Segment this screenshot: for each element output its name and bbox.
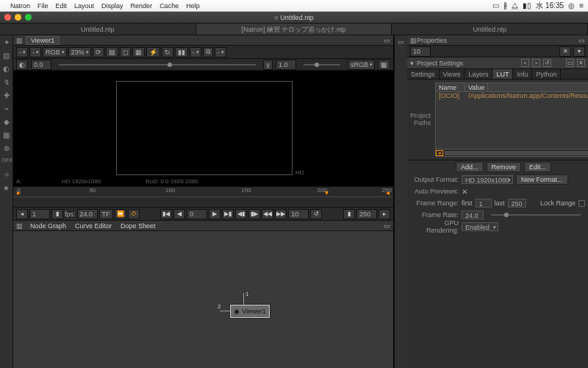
table-row[interactable]: [OCIO] /Applications/Natron.app/Contents… bbox=[436, 92, 588, 101]
tab-info[interactable]: Info bbox=[513, 69, 532, 79]
viewer-node[interactable]: ◉ Viewer1 bbox=[230, 305, 270, 318]
last-frame-button[interactable]: ▶▮ bbox=[222, 209, 234, 219]
viewer-canvas[interactable]: A: HD 1920x1080 RoD: 0 0 1920 1080 HD bbox=[13, 71, 393, 187]
close-window[interactable] bbox=[4, 14, 11, 21]
tab-python[interactable]: Python bbox=[532, 69, 561, 79]
tool-icon[interactable]: ✦ bbox=[2, 38, 11, 47]
lock-range-checkbox[interactable] bbox=[578, 200, 585, 207]
prev-key-button[interactable]: ◀▮ bbox=[235, 209, 247, 219]
tab-dopesheet[interactable]: Dope Sheet bbox=[119, 222, 157, 230]
marker-icon[interactable]: ▾ bbox=[325, 188, 329, 197]
wipe-icon[interactable]: ⧉ bbox=[203, 47, 213, 57]
out-icon[interactable]: ▮ bbox=[343, 209, 355, 219]
frame-rate-input[interactable]: 24.0 bbox=[462, 210, 484, 219]
airplay-icon[interactable]: ▭ bbox=[492, 1, 499, 10]
menu-render[interactable]: Render bbox=[131, 2, 153, 10]
first-frame-button[interactable]: ▮◀ bbox=[160, 209, 172, 219]
last-frame-input[interactable]: 250 bbox=[356, 209, 377, 219]
pane-menu-icon[interactable]: ▭ bbox=[384, 222, 390, 230]
gain-input[interactable]: 0.0 bbox=[31, 60, 51, 70]
layer-select[interactable]: - bbox=[16, 47, 28, 57]
max-panels-input[interactable]: 10 bbox=[410, 46, 431, 57]
output-format-select[interactable]: HD 1920x1080 bbox=[462, 175, 513, 184]
last-input[interactable]: 250 bbox=[508, 199, 526, 208]
turbo-icon[interactable]: ⏩ bbox=[115, 209, 126, 219]
gamma-slider[interactable] bbox=[304, 64, 340, 66]
restore-icon[interactable]: ↺ bbox=[543, 59, 551, 67]
first-frame-input[interactable]: 1 bbox=[29, 209, 50, 219]
menu-edit[interactable]: Edit bbox=[56, 2, 68, 10]
fullframe-icon[interactable]: ◻ bbox=[120, 47, 131, 57]
gain-icon[interactable]: ◐ bbox=[16, 60, 28, 70]
input-b[interactable]: - bbox=[215, 47, 226, 57]
play-button[interactable]: ▶ bbox=[209, 209, 220, 219]
tool-icon[interactable]: ▧ bbox=[2, 52, 11, 60]
doc-tab[interactable]: Untitled.ntp bbox=[0, 24, 196, 35]
tool-ofx[interactable]: OFX bbox=[2, 158, 11, 166]
timeline[interactable]: ▸ 0 50 100 150 200 ▾ 250 ◂ bbox=[13, 187, 393, 208]
float-icon[interactable]: ▥ bbox=[410, 37, 417, 44]
close-icon[interactable]: ✕ bbox=[577, 59, 585, 67]
clear-all-button[interactable]: ✕ bbox=[559, 46, 571, 57]
wifi-icon[interactable]: ⧋ bbox=[512, 1, 518, 10]
in-icon[interactable]: ▮ bbox=[51, 209, 63, 219]
first-input[interactable]: 1 bbox=[476, 199, 492, 208]
menu-display[interactable]: Display bbox=[101, 2, 123, 10]
current-frame-input[interactable]: 0 bbox=[187, 209, 207, 219]
tool-icon[interactable]: ▭ bbox=[398, 38, 404, 46]
gamma-icon[interactable]: γ bbox=[263, 60, 273, 70]
input-a[interactable]: - bbox=[190, 47, 201, 57]
pane-menu-icon[interactable]: ▭ bbox=[578, 37, 585, 44]
node-graph[interactable]: ◉ Viewer1 bbox=[13, 231, 393, 368]
alpha-select[interactable]: - bbox=[29, 47, 41, 57]
node-input-1[interactable] bbox=[243, 293, 244, 305]
zoom-window[interactable] bbox=[25, 14, 32, 21]
tc-icon[interactable]: ⏱ bbox=[128, 209, 140, 219]
undo-icon[interactable]: < bbox=[521, 59, 529, 67]
next-key-button[interactable]: ▮▶ bbox=[248, 209, 260, 219]
add-button[interactable]: Add... bbox=[456, 162, 484, 172]
section-header[interactable]: ▾ Project Settings < > ↺ ▭ ✕ bbox=[407, 57, 588, 69]
tab-views[interactable]: Views bbox=[440, 69, 465, 79]
set-out-icon[interactable]: ▸ bbox=[379, 209, 390, 219]
clip-icon[interactable]: ▧ bbox=[106, 47, 118, 57]
paths-table[interactable]: Name Value [OCIO] /Applications/Natron.a… bbox=[435, 82, 588, 157]
collapse-icon[interactable]: ▾ bbox=[410, 60, 414, 67]
refresh-icon[interactable]: ↻ bbox=[162, 47, 173, 57]
out-marker-icon[interactable]: ◂ bbox=[386, 188, 390, 197]
scrollbar[interactable] bbox=[445, 151, 588, 155]
help-icon[interactable]: ▭ bbox=[566, 59, 574, 67]
frame-rate-slider[interactable] bbox=[491, 214, 581, 216]
step-fwd-button[interactable]: ▶▶ bbox=[275, 209, 287, 219]
float-icon[interactable]: ▥ bbox=[16, 222, 23, 230]
gpu-select[interactable]: Enabled bbox=[462, 222, 498, 231]
menu-file[interactable]: File bbox=[37, 2, 49, 10]
checker-icon[interactable]: ▩ bbox=[378, 60, 390, 70]
node-input-2[interactable] bbox=[220, 311, 230, 311]
viewer-tab[interactable]: Viewer1 bbox=[26, 36, 60, 45]
menu-help[interactable]: Help bbox=[186, 2, 200, 10]
minimize-all-button[interactable]: ▾ bbox=[573, 46, 585, 57]
proxy-icon[interactable]: ▦ bbox=[132, 47, 145, 57]
tool-icon[interactable]: ✧ bbox=[2, 171, 11, 180]
tool-icon[interactable]: ↯ bbox=[2, 78, 11, 87]
pause-icon[interactable]: ▮▮ bbox=[175, 47, 188, 57]
auto-preview-checkbox[interactable]: ✕ bbox=[462, 188, 467, 196]
tool-icon[interactable]: ★ bbox=[2, 184, 11, 193]
new-format-button[interactable]: New Format... bbox=[516, 174, 568, 185]
tab-layers[interactable]: Layers bbox=[465, 69, 492, 79]
tf-toggle[interactable]: TF bbox=[99, 209, 113, 219]
gain-slider[interactable] bbox=[59, 64, 256, 66]
colorspace-select[interactable]: sRGB bbox=[348, 60, 375, 70]
notifications-icon[interactable]: ≡ bbox=[579, 1, 584, 10]
tab-settings[interactable]: Settings bbox=[407, 69, 440, 79]
clock[interactable]: 水 16:35 bbox=[536, 1, 564, 11]
tool-icon[interactable]: ⌁ bbox=[2, 105, 11, 113]
col-name[interactable]: Name bbox=[436, 83, 465, 91]
menu-layout[interactable]: Layout bbox=[74, 2, 94, 10]
tool-icon[interactable]: ✚ bbox=[2, 91, 11, 100]
col-value[interactable]: Value bbox=[465, 83, 488, 91]
tool-icon[interactable]: ⊕ bbox=[2, 144, 11, 153]
remove-button[interactable]: Remove bbox=[487, 162, 522, 172]
play-back-button[interactable]: ◀ bbox=[173, 209, 185, 219]
